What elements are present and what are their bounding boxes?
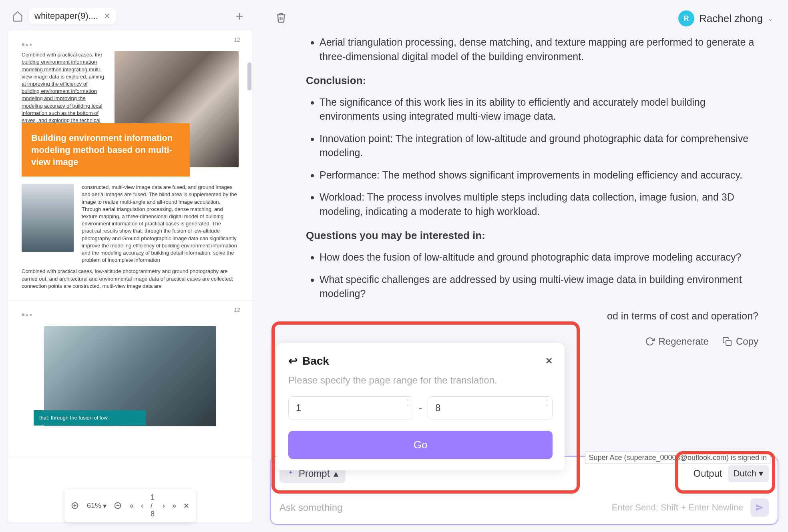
send-button[interactable]	[750, 498, 769, 517]
send-hint: Enter Send; Shift + Enter Newline	[612, 502, 743, 513]
copy-button[interactable]: Copy	[722, 336, 758, 347]
go-button[interactable]: Go	[288, 431, 553, 459]
doc-title-block: Building environment information modelin…	[22, 123, 190, 177]
file-tab[interactable]: whitepaper(9).... ✕	[29, 8, 116, 24]
translation-popover: ↩ Back ✕ Please specify the page range f…	[276, 343, 565, 470]
page-shapes-icon: ■▲●	[22, 312, 32, 317]
step-down-icon[interactable]: ˅	[546, 405, 548, 410]
page-from-value: 1	[296, 402, 301, 414]
first-page-button[interactable]: «	[130, 502, 134, 510]
copy-icon	[722, 337, 732, 346]
page-indicator: 1 / 8	[151, 493, 155, 518]
avatar: R	[678, 10, 694, 26]
trash-icon	[275, 12, 287, 23]
range-dash: -	[419, 402, 422, 414]
doc-caption-strip: that: through the fusion of low-	[34, 410, 146, 426]
zoom-in-button[interactable]	[71, 502, 80, 510]
document-page: ■▲● 12 Combined with practical cases, th…	[8, 30, 252, 301]
back-arrow-icon[interactable]: ↩	[288, 354, 298, 367]
output-language: Output Dutch ▾	[693, 465, 769, 482]
response-bullet: Performance: The method shows significan…	[320, 168, 758, 183]
suggested-question[interactable]: How does the fusion of low-altitude and …	[320, 250, 758, 265]
suggested-question[interactable]: What specific challenges are addressed b…	[320, 273, 758, 301]
section-heading: Questions you may be interested in:	[306, 228, 758, 243]
last-page-button[interactable]: »	[172, 502, 176, 510]
page-shapes-icon: ■▲●	[22, 42, 32, 47]
username-label: Rachel zhong	[699, 12, 763, 25]
sparkle-icon	[287, 470, 295, 478]
copy-label: Copy	[736, 336, 758, 347]
doc-image-desk	[22, 184, 74, 252]
zoom-percent-label: 61%	[87, 502, 101, 510]
step-up-icon[interactable]: ˄	[406, 399, 409, 405]
section-heading: Conclusion:	[306, 73, 758, 88]
delete-button[interactable]	[275, 12, 288, 25]
left-panel: whitepaper(9).... ✕ ＋ ■▲● 12 Combined wi…	[0, 0, 260, 532]
doc-paragraph: Combined with practical cases, low-altit…	[22, 268, 239, 290]
user-menu[interactable]: R Rachel zhong ⌄	[678, 10, 773, 26]
language-select[interactable]: Dutch ▾	[728, 465, 769, 482]
page-to-input[interactable]: 8 ˄ ˅	[428, 396, 553, 420]
zoom-level[interactable]: 61% ▾	[87, 502, 107, 510]
page-from-input[interactable]: 1 ˄ ˅	[288, 396, 413, 420]
signed-in-tooltip: Super Ace (superace_00003@outlook.com) i…	[585, 452, 770, 464]
close-popover-button[interactable]: ✕	[545, 356, 553, 366]
prev-page-button[interactable]: ‹	[141, 502, 143, 510]
top-bar: R Rachel zhong ⌄	[266, 6, 782, 31]
home-button[interactable]	[10, 9, 25, 23]
output-label: Output	[693, 468, 722, 479]
send-icon	[755, 503, 764, 512]
regenerate-button[interactable]: Regenerate	[645, 336, 709, 347]
svg-rect-5	[726, 340, 731, 345]
step-up-icon[interactable]: ˄	[546, 399, 548, 405]
ask-input[interactable]: Ask something	[279, 502, 342, 513]
document-page: ■▲● 12 that: through the fusion of low-	[8, 301, 252, 458]
home-icon	[12, 10, 23, 22]
language-value: Dutch	[734, 468, 756, 479]
response-bullet: Innovation point: The integration of low…	[320, 132, 758, 160]
new-tab-button[interactable]: ＋	[229, 7, 250, 25]
right-panel: R Rachel zhong ⌄ Aerial triangulation pr…	[260, 0, 788, 532]
document-viewer[interactable]: ■▲● 12 Combined with practical cases, th…	[8, 30, 252, 522]
regenerate-label: Regenerate	[659, 336, 709, 347]
page-to-value: 8	[435, 402, 440, 414]
response-bullet: Aerial triangulation processing, dense m…	[320, 35, 758, 64]
zoom-toolbar: 61% ▾ « ‹ 1 / 8 › » ✕	[64, 489, 196, 522]
back-label[interactable]: Back	[302, 355, 329, 367]
doc-paragraph: constructed, multi-view image data are f…	[82, 184, 239, 264]
zoom-out-button[interactable]	[114, 502, 123, 510]
file-tab-label: whitepaper(9)....	[34, 11, 98, 21]
page-number: 12	[234, 306, 240, 314]
chevron-down-icon: ▾	[759, 468, 763, 479]
close-tab-button[interactable]: ✕	[104, 11, 111, 21]
refresh-icon	[645, 337, 655, 346]
ai-response: Aerial triangulation processing, dense m…	[266, 31, 782, 323]
close-toolbar-button[interactable]: ✕	[183, 502, 189, 510]
page-number: 12	[234, 36, 240, 44]
chevron-down-icon: ⌄	[768, 15, 773, 22]
chevron-down-icon: ▾	[103, 502, 107, 510]
suggested-question[interactable]: od in terms of cost and operation?	[504, 309, 758, 323]
popover-subtitle: Please specify the page range for the tr…	[288, 375, 553, 386]
step-down-icon[interactable]: ˅	[406, 405, 409, 410]
response-bullet: Workload: The process involves multiple …	[320, 190, 758, 219]
response-bullet: The significance of this work lies in it…	[320, 95, 758, 124]
tab-bar: whitepaper(9).... ✕ ＋	[4, 4, 256, 28]
next-page-button[interactable]: ›	[163, 502, 165, 510]
